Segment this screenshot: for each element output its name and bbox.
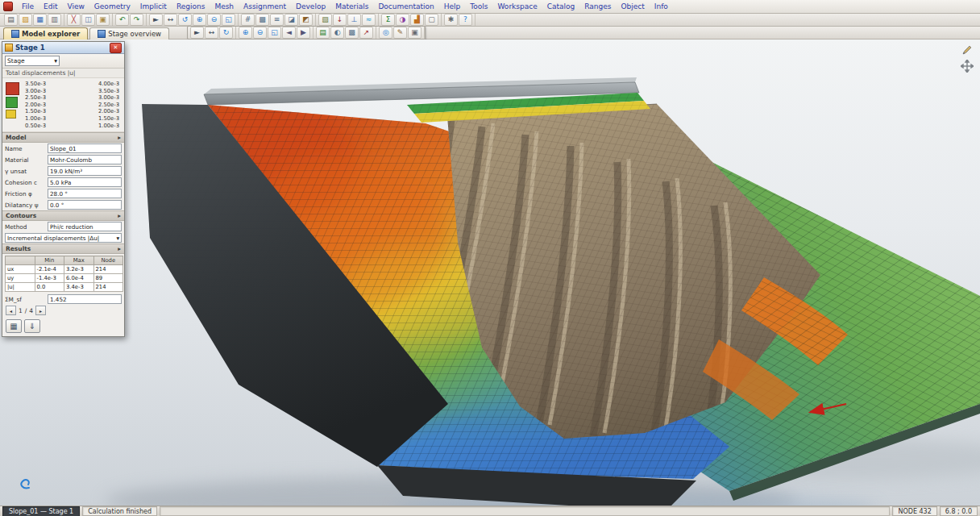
calculate-button[interactable]: Σ xyxy=(381,14,395,26)
table-row[interactable]: uy-1.4e-36.0e-489 xyxy=(6,274,123,283)
menu-item[interactable]: Ranges xyxy=(579,2,616,11)
zoom-in-button[interactable]: ⊕ xyxy=(193,14,206,26)
report-button[interactable]: ▢ xyxy=(425,14,438,26)
pager-prev-button[interactable]: ◂ xyxy=(6,306,16,315)
menu-item[interactable]: Edit xyxy=(39,2,62,11)
layers-button[interactable]: ≡ xyxy=(270,14,284,26)
results-button[interactable]: ◑ xyxy=(396,14,409,26)
copy-button[interactable]: ◫ xyxy=(81,14,95,26)
stages-button[interactable]: ▧ xyxy=(318,14,332,26)
zoom-window-button[interactable]: ◱ xyxy=(268,27,281,39)
viewport-3d[interactable]: Stage 1 ✕ Stage ▾ Total displacements |u… xyxy=(0,40,980,506)
menu-item[interactable]: Assignment xyxy=(239,2,291,11)
probe-button[interactable]: ◎ xyxy=(379,27,392,39)
redo-button[interactable]: ↷ xyxy=(130,14,143,26)
view-previous-button[interactable]: ◄ xyxy=(282,27,296,39)
menu-item[interactable]: Help xyxy=(439,2,466,11)
panel-title-bar[interactable]: Stage 1 ✕ xyxy=(2,42,124,54)
section-results[interactable]: Results ▸ xyxy=(2,243,124,254)
scene-render xyxy=(0,40,980,506)
menu-item[interactable]: Info xyxy=(650,2,673,11)
menu-item[interactable]: Catalog xyxy=(542,2,580,11)
property-value-field[interactable]: Mohr-Coulomb xyxy=(48,155,122,164)
shading-button[interactable]: ◐ xyxy=(330,27,344,39)
menu-item[interactable]: Materials xyxy=(330,2,373,11)
main-toolbar: ▤▨▦▥ ╳◫▣ ↶↷ ►↔↺⊕⊖◱ #▩≡◪◩ ▧↓⊥≈ Σ◑▟▢ ✱? xyxy=(0,14,980,27)
mesh-button[interactable]: ▩ xyxy=(255,14,269,26)
grid-view-button[interactable]: ▦ xyxy=(6,319,22,333)
zoom-out-view-button[interactable]: ⊖ xyxy=(253,27,267,39)
legend-row: 3.00e-3 3.50e-3 xyxy=(23,88,121,95)
materials-button[interactable]: ◩ xyxy=(299,14,313,26)
menu-item[interactable]: Mesh xyxy=(210,2,239,11)
zoom-extents-button[interactable]: ◱ xyxy=(222,14,235,26)
orbit-view-button[interactable]: ↻ xyxy=(219,27,233,39)
settings-button[interactable]: ✱ xyxy=(444,14,458,26)
save-button[interactable]: ▦ xyxy=(33,14,47,26)
menu-item[interactable]: Workspace xyxy=(493,2,542,11)
result-type-select[interactable]: Incremental displacements |Δu| ▾ xyxy=(5,233,122,243)
tab-model-explorer[interactable]: Model explorer xyxy=(3,27,88,40)
sketch-pencil-icon[interactable] xyxy=(961,44,974,56)
grid-button[interactable]: # xyxy=(241,14,255,26)
undo-button[interactable]: ↶ xyxy=(115,14,129,26)
stage-select[interactable]: Stage ▾ xyxy=(5,56,60,66)
toolbar-group: ✱? xyxy=(442,14,475,26)
chart-button[interactable]: ▟ xyxy=(410,14,424,26)
section-contours[interactable]: Contours ▸ xyxy=(2,210,124,221)
mesh-toggle-button[interactable]: ▩ xyxy=(345,27,359,39)
view-next-button[interactable]: ▶ xyxy=(297,27,310,39)
property-value-field[interactable]: 28.0 ° xyxy=(48,189,122,198)
tab-stage-overview[interactable]: Stage overview xyxy=(89,27,169,40)
supports-button[interactable]: ⊥ xyxy=(347,14,361,26)
close-icon[interactable]: ✕ xyxy=(110,43,122,53)
orbit-button[interactable]: ↺ xyxy=(178,14,192,26)
stage-properties-panel: Stage 1 ✕ Stage ▾ Total displacements |u… xyxy=(2,41,125,337)
print-button[interactable]: ▥ xyxy=(48,14,61,26)
snapshot-button[interactable]: ▣ xyxy=(408,27,421,39)
zoom-out-button[interactable]: ⊖ xyxy=(207,14,221,26)
sum-value-field[interactable]: 1.452 xyxy=(48,294,122,304)
paste-button[interactable]: ▣ xyxy=(96,14,110,26)
overview-icon xyxy=(98,30,106,38)
property-value-field[interactable]: 19.0 kN/m³ xyxy=(48,166,122,176)
table-row[interactable]: |u|0.03.4e-3214 xyxy=(6,283,123,292)
menu-item[interactable]: Object xyxy=(617,2,650,11)
annotate-button[interactable]: ✎ xyxy=(393,27,407,39)
property-value-field[interactable]: 0.0 ° xyxy=(48,200,122,210)
menu-item[interactable]: Regions xyxy=(172,2,210,11)
export-button[interactable]: ⇓ xyxy=(24,319,40,333)
pan-compass-icon[interactable] xyxy=(961,60,974,73)
new-button[interactable]: ▤ xyxy=(4,14,18,26)
legend-value-rows: 3.50e-3 4.00e-3 3.00e-3 3.50e-3 2.50e-3 … xyxy=(23,81,121,129)
menu-item[interactable]: View xyxy=(63,2,89,11)
move-view-button[interactable]: ↔ xyxy=(205,27,218,39)
menu-item[interactable]: Implicit xyxy=(135,2,172,11)
contours-button[interactable]: ▤ xyxy=(316,27,330,39)
pan-button[interactable]: ↔ xyxy=(164,14,177,26)
menu-item[interactable]: Tools xyxy=(465,2,492,11)
select-button[interactable]: ► xyxy=(149,14,163,26)
legend-min: 1.00e-3 xyxy=(25,115,46,123)
water-button[interactable]: ≈ xyxy=(362,14,376,26)
zoom-in-view-button[interactable]: ⊕ xyxy=(239,27,252,39)
loads-button[interactable]: ↓ xyxy=(333,14,347,26)
table-row[interactable]: ux-2.1e-43.2e-3214 xyxy=(6,265,123,274)
menu-item[interactable]: Geometry xyxy=(89,2,135,11)
property-value-field[interactable]: Slope_01 xyxy=(48,144,122,153)
pointer-button[interactable]: ► xyxy=(190,27,204,39)
cut-button[interactable]: ╳ xyxy=(67,14,81,26)
legend-swatch-low xyxy=(6,110,16,119)
menu-item[interactable]: Documentation xyxy=(373,2,438,11)
property-value-field[interactable]: Phi/c reduction xyxy=(48,222,122,231)
section-button[interactable]: ◪ xyxy=(284,14,298,26)
vectors-button[interactable]: ↗ xyxy=(359,27,373,39)
property-value-field[interactable]: 5.0 kPa xyxy=(48,177,122,187)
menu-item[interactable]: Develop xyxy=(291,2,330,11)
section-model[interactable]: Model ▸ xyxy=(2,132,124,143)
table-cell: 0.0 xyxy=(35,283,64,292)
help-button[interactable]: ? xyxy=(459,14,472,26)
open-button[interactable]: ▨ xyxy=(19,14,32,26)
menu-item[interactable]: File xyxy=(17,2,39,11)
pager-next-button[interactable]: ▸ xyxy=(35,306,46,315)
